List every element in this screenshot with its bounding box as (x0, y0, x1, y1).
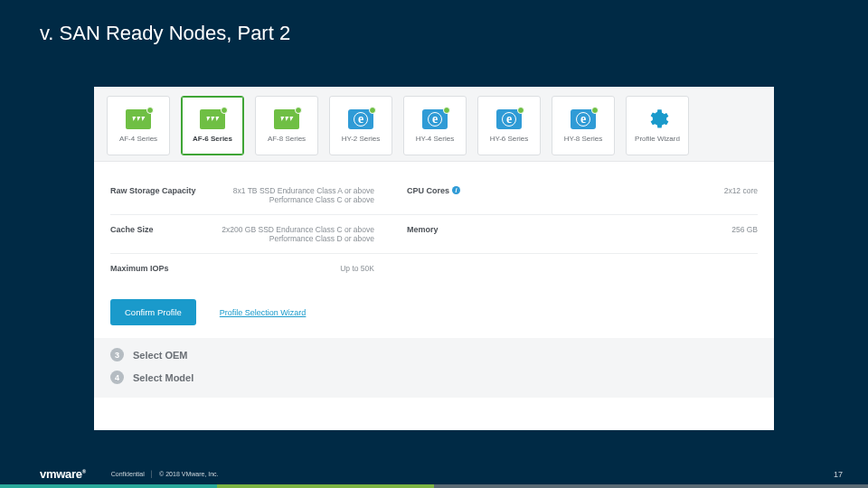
step-label: Select OEM (133, 350, 188, 361)
tab-hy8-series[interactable]: e HY-8 Series (552, 96, 615, 155)
step-number-badge: 4 (110, 371, 124, 384)
tab-hy2-series[interactable]: e HY-2 Series (329, 96, 392, 155)
spec-grid: Raw Storage Capacity 8x1 TB SSD Enduranc… (94, 162, 774, 292)
content-panel: AF-4 Series AF-6 Series AF-8 Series e HY… (94, 87, 774, 430)
confirm-profile-button[interactable]: Confirm Profile (110, 299, 196, 325)
spec-row-iops: Maximum IOPs Up to 50K (110, 254, 758, 283)
footer-accent-bar (0, 484, 868, 488)
page-number: 17 (834, 470, 843, 479)
vmware-logo: vmware® (40, 467, 86, 481)
hybrid-icon: e (348, 109, 373, 129)
spec-value: 2x12 core (481, 186, 758, 204)
profile-wizard-link[interactable]: Profile Selection Wizard (220, 308, 307, 317)
spec-value: 256 GB (481, 225, 758, 243)
spec-label: CPU Cores i (400, 186, 481, 204)
tab-label: HY-4 Series (416, 135, 454, 143)
tab-profile-wizard[interactable]: Profile Wizard (626, 96, 689, 155)
spec-value: Up to 50K (210, 264, 400, 273)
spec-label: Cache Size (110, 225, 210, 243)
tab-label: AF-4 Series (119, 135, 157, 143)
hybrid-icon: e (496, 109, 522, 129)
tab-label: AF-8 Series (268, 135, 306, 143)
hybrid-icon: e (422, 109, 448, 129)
flash-icon (126, 109, 151, 129)
slide-title: v. SAN Ready Nodes, Part 2 (40, 22, 290, 45)
spec-label: Maximum IOPs (110, 264, 210, 273)
tab-hy6-series[interactable]: e HY-6 Series (477, 96, 541, 155)
spec-label: Raw Storage Capacity (110, 186, 210, 204)
hybrid-icon: e (571, 109, 596, 129)
tab-label: Profile Wizard (635, 135, 680, 143)
next-steps: 3 Select OEM 4 Select Model (94, 338, 774, 398)
footer-text: Confidential│© 2018 VMware, Inc. (111, 471, 219, 477)
spec-row-cache: Cache Size 2x200 GB SSD Endurance Class … (110, 215, 758, 254)
spec-row-storage: Raw Storage Capacity 8x1 TB SSD Enduranc… (110, 176, 758, 215)
series-tab-bar: AF-4 Series AF-6 Series AF-8 Series e HY… (94, 87, 774, 162)
tab-label: AF-6 Series (193, 135, 232, 143)
gear-icon (645, 109, 670, 129)
spec-value: 8x1 TB SSD Endurance Class A or above Pe… (210, 186, 400, 204)
spec-label: Memory (400, 225, 481, 243)
step-label: Select Model (133, 372, 193, 383)
spec-value: 2x200 GB SSD Endurance Class C or above … (210, 225, 400, 243)
flash-icon (274, 109, 299, 129)
tab-label: HY-6 Series (490, 135, 528, 143)
flash-icon (200, 109, 225, 129)
action-bar: Confirm Profile Profile Selection Wizard (94, 292, 774, 338)
tab-label: HY-2 Series (342, 135, 380, 143)
tab-af8-series[interactable]: AF-8 Series (255, 96, 318, 155)
tab-af6-series[interactable]: AF-6 Series (181, 96, 244, 155)
tab-af4-series[interactable]: AF-4 Series (107, 96, 170, 155)
step-number-badge: 3 (110, 348, 124, 361)
step-select-model[interactable]: 4 Select Model (110, 366, 758, 389)
step-select-oem[interactable]: 3 Select OEM (110, 343, 758, 366)
tab-label: HY-8 Series (564, 135, 602, 143)
tab-hy4-series[interactable]: e HY-4 Series (403, 96, 467, 155)
info-icon[interactable]: i (452, 186, 460, 194)
